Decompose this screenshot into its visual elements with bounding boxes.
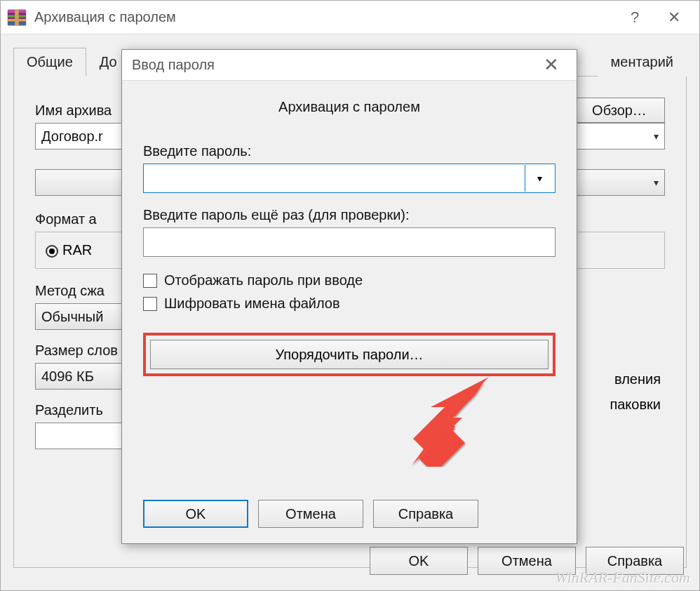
winrar-icon xyxy=(6,7,27,28)
svg-marker-7 xyxy=(419,427,465,467)
window-title: Архивация с паролем xyxy=(34,9,615,25)
archive-name-value: Договор.r xyxy=(41,128,103,145)
svg-marker-9 xyxy=(413,377,489,453)
chevron-down-icon: ▾ xyxy=(654,177,659,188)
svg-rect-5 xyxy=(15,9,19,25)
watermark: WinRAR-FanSite.com xyxy=(556,569,690,587)
tab-general[interactable]: Общие xyxy=(13,48,86,77)
password-dropdown[interactable]: ▾ xyxy=(525,165,554,192)
checkbox-icon xyxy=(143,274,157,288)
ok-button[interactable]: OK xyxy=(370,547,468,575)
svg-marker-6 xyxy=(419,381,485,460)
dialog-cancel-button[interactable]: Отмена xyxy=(258,500,363,528)
tab-comment[interactable]: ментарий xyxy=(598,48,687,77)
show-password-checkbox[interactable]: Отображать пароль при вводе xyxy=(143,272,556,288)
checkbox-icon xyxy=(143,297,157,311)
manage-passwords-highlight: Упорядочить пароли… xyxy=(143,333,556,376)
titlebar: Архивация с паролем ? ✕ xyxy=(1,1,699,34)
password-input[interactable]: ▾ xyxy=(143,164,556,193)
method-combo[interactable]: Обычный ▾ xyxy=(35,303,133,330)
chevron-down-icon: ▾ xyxy=(537,173,542,184)
chevron-down-icon: ▾ xyxy=(654,131,659,142)
password-label: Введите пароль: xyxy=(143,143,556,159)
password-dialog: Ввод пароля ✕ Архивация с паролем Введит… xyxy=(121,49,577,544)
dialog-heading: Архивация с паролем xyxy=(143,99,556,115)
encrypt-names-checkbox[interactable]: Шифровать имена файлов xyxy=(143,296,556,312)
help-button[interactable]: ? xyxy=(615,4,654,32)
password-confirm-label: Введите пароль ещё раз (для проверки): xyxy=(143,207,556,223)
opt-label-b: паковки xyxy=(610,397,661,413)
opt-label-a: вления xyxy=(614,371,661,387)
dialog-close-button[interactable]: ✕ xyxy=(532,51,571,79)
dialog-help-button[interactable]: Справка xyxy=(373,500,478,528)
close-button[interactable]: ✕ xyxy=(654,4,694,32)
red-arrow-annotation xyxy=(406,368,504,467)
dialog-title: Ввод пароля xyxy=(128,57,532,73)
format-rar-radio[interactable]: RAR xyxy=(46,242,92,258)
dialog-ok-button[interactable]: OK xyxy=(143,500,248,528)
password-confirm-input[interactable] xyxy=(143,227,556,257)
browse-button[interactable]: Обзор… xyxy=(574,98,665,123)
dialog-button-row: OK Отмена Справка xyxy=(122,500,577,543)
svg-marker-8 xyxy=(412,383,483,465)
manage-passwords-button[interactable]: Упорядочить пароли… xyxy=(150,340,548,369)
dict-combo[interactable]: 4096 КБ ▾ xyxy=(35,363,133,390)
radio-icon xyxy=(46,245,58,258)
